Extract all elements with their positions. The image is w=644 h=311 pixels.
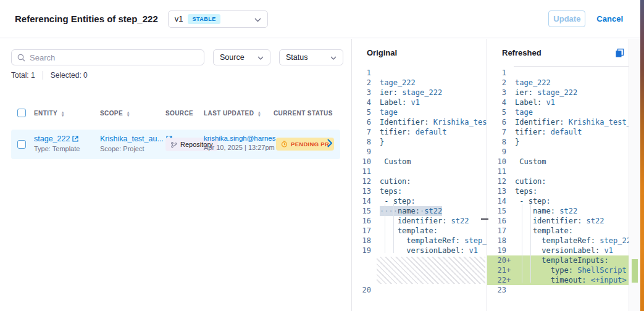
code-line: 1 (487, 68, 629, 78)
source-filter-select[interactable]: Source (213, 49, 270, 65)
line-number: 2 (487, 78, 512, 88)
code-line: 23 (487, 285, 629, 295)
search-input[interactable] (30, 53, 204, 62)
row-checkbox[interactable] (17, 140, 26, 149)
drawer-header: Referencing Entities of step_222 v1 STAB… (0, 0, 640, 38)
code-line: 6Identifier: Krishika_test_aut (352, 117, 487, 127)
status-filter-select[interactable]: Status (279, 49, 343, 65)
line-number: 10 (487, 157, 512, 167)
line-number: 14 (487, 196, 512, 206)
column-entity[interactable]: ENTITY ▴▾ (34, 110, 64, 117)
code-line: 18 templateRef: step_222 (487, 236, 629, 246)
column-source-label: SOURCE (165, 110, 193, 117)
code-line: 11 (487, 167, 629, 176)
clock-icon (281, 141, 288, 147)
repository-icon (170, 141, 177, 148)
code-line: 3ier: stage_222 (487, 88, 629, 97)
code-line: 5tage (487, 107, 629, 117)
entity-name: stage_222 (34, 135, 70, 143)
line-number: 16 (352, 216, 377, 226)
original-code-editor[interactable]: 12tage_2223ier: stage_2224Label: v15tage… (352, 65, 487, 311)
updated-at: Apr 10, 2025 | 13:27pm (204, 144, 282, 151)
sort-icon[interactable]: ▴▾ (62, 110, 64, 117)
code-line: 21+ type: ShellScript (487, 265, 629, 275)
line-number: 9 (352, 147, 377, 157)
status-badge: PENDING PR (276, 138, 334, 151)
code-line: 17 template: (352, 226, 487, 236)
search-box (11, 49, 204, 65)
copy-icon[interactable] (615, 48, 625, 58)
update-button[interactable]: Update (548, 10, 585, 27)
code-line: 16 identifier: st22 (487, 216, 629, 226)
chevron-down-icon (257, 53, 264, 62)
column-entity-label: ENTITY (34, 110, 57, 117)
panel-divider (487, 39, 487, 311)
total-count: Total: 1 (11, 71, 35, 80)
code-line: 2tage_222 (352, 78, 487, 88)
diff-overview-ruler[interactable] (629, 39, 640, 311)
cancel-button[interactable]: Cancel (596, 14, 623, 23)
code-line: 20 (352, 285, 487, 295)
column-current-status: CURRENT STATUS (274, 110, 333, 117)
stable-badge: STABLE (188, 14, 220, 24)
code-line: 12cution: (487, 176, 629, 186)
line-number: 4 (352, 97, 377, 107)
line-number: 17 (487, 226, 512, 236)
scope-link[interactable]: Krishika_test_au... (100, 135, 172, 143)
code-line: 4Label: v1 (352, 97, 487, 107)
column-source: SOURCE (165, 110, 193, 117)
updated-by-link[interactable]: krishika.singh@harnes... (204, 135, 282, 142)
code-line: 22+ timeout: <+input> (487, 275, 629, 285)
line-number: 20 (352, 285, 377, 295)
scope-cell: Krishika_test_au... Scope: Project (100, 135, 172, 152)
line-number: 11 (352, 167, 377, 176)
line-number: 15 (352, 206, 377, 216)
code-line: 3ier: stage_222 (352, 88, 487, 97)
line-number: 4 (487, 97, 512, 107)
select-all-checkbox[interactable] (17, 109, 26, 117)
version-label: v1 (175, 14, 183, 23)
refreshed-top-border (514, 66, 629, 67)
code-line: 10 Custom (487, 157, 629, 167)
row-expand-chevron[interactable] (327, 139, 333, 150)
column-scope[interactable]: SCOPE ▴▾ (100, 110, 130, 117)
header-actions: Update Cancel (548, 10, 623, 27)
chevron-down-icon (330, 53, 337, 62)
entity-type: Type: Template (34, 145, 80, 152)
code-line: 8} (487, 137, 629, 147)
code-line: 12cution: (352, 176, 487, 186)
code-line: 20+ templateInputs: (487, 255, 629, 265)
indent-guide (522, 204, 522, 283)
sort-icon[interactable]: ▴▾ (258, 110, 261, 117)
selected-count: Selected: 0 (51, 71, 88, 80)
entity-link[interactable]: stage_222 (34, 135, 80, 143)
totals-bar: Total: 1 Selected: 0 (11, 71, 88, 80)
column-last-updated[interactable]: LAST UPDATED ▴▾ (204, 110, 261, 117)
line-number: 10 (352, 157, 377, 167)
line-number: 23 (487, 285, 512, 295)
line-number: 20+ (487, 255, 512, 265)
version-select[interactable]: v1 STABLE (168, 10, 268, 28)
line-number: 11 (487, 167, 512, 176)
line-number: 13 (487, 186, 512, 196)
column-last-updated-label: LAST UPDATED (204, 110, 254, 117)
line-number: 18 (352, 236, 377, 246)
line-number: 21+ (487, 265, 512, 275)
line-number: 5 (352, 107, 377, 117)
code-line: 14 - step: (352, 196, 487, 206)
line-number: 18 (487, 236, 512, 246)
table-row[interactable]: stage_222 Type: Template Krishika_test_a… (11, 130, 340, 159)
sort-icon[interactable]: ▴▾ (127, 110, 130, 117)
search-icon (17, 54, 25, 62)
refreshed-code-editor[interactable]: 12tage_2223ier: stage_2224Label: v15tage… (487, 65, 629, 311)
line-number: 6 (352, 117, 377, 127)
added-lines-marker (632, 259, 638, 283)
code-line: 1 (352, 68, 487, 78)
code-line: 17 template: (487, 226, 629, 236)
line-number: 1 (487, 68, 512, 78)
line-number: 19 (352, 246, 377, 255)
code-line: 11 (352, 167, 487, 176)
line-number: 3 (487, 88, 512, 97)
chevron-down-icon (254, 14, 261, 25)
indent-guide (530, 204, 531, 283)
